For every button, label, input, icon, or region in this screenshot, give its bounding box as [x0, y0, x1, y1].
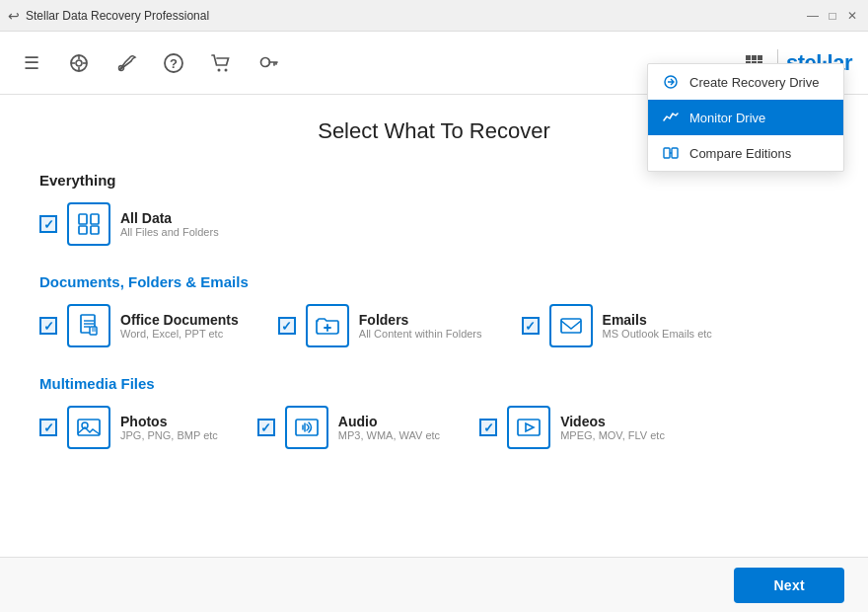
office-documents-checkmark: ✓	[43, 319, 54, 334]
emails-text: Emails MS Outlook Emails etc	[603, 312, 712, 340]
monitor-icon[interactable]	[63, 47, 95, 79]
svg-rect-24	[91, 226, 99, 234]
item-photos: ✓ Photos JPG, PNG, BMP etc	[39, 406, 218, 449]
close-button[interactable]: ✕	[844, 8, 860, 24]
item-folders: ✓ Folders All Content within Folders	[278, 304, 482, 347]
photos-checkmark: ✓	[43, 421, 54, 435]
audio-label: Audio	[338, 414, 440, 429]
create-recovery-drive-icon	[662, 74, 680, 90]
folders-checkbox[interactable]: ✓	[278, 317, 296, 335]
svg-point-9	[218, 68, 221, 71]
everything-items: ✓ All Data All Files and Folders	[39, 202, 829, 246]
folder-icon	[306, 304, 349, 347]
section-title-everything: Everything	[39, 172, 829, 189]
section-title-documents: Documents, Folders & Emails	[39, 273, 829, 290]
svg-rect-34	[518, 420, 540, 435]
audio-text: Audio MP3, WMA, WAV etc	[338, 414, 440, 441]
item-videos: ✓ Videos MPEG, MOV, FLV etc	[479, 406, 665, 449]
svg-point-10	[225, 68, 228, 71]
tools-icon[interactable]	[110, 47, 142, 79]
videos-checkbox[interactable]: ✓	[479, 419, 497, 436]
dropdown-menu: Create Recovery Drive Monitor Drive Comp…	[647, 63, 844, 172]
videos-checkmark: ✓	[483, 421, 494, 435]
svg-rect-14	[758, 55, 762, 60]
all-data-text: All Data All Files and Folders	[120, 210, 219, 238]
photos-label: Photos	[120, 414, 218, 429]
photo-icon	[67, 406, 110, 449]
help-icon[interactable]: ?	[158, 47, 189, 79]
audio-sublabel: MP3, WMA, WAV etc	[338, 429, 440, 441]
minimize-button[interactable]: —	[805, 8, 821, 24]
next-button[interactable]: Next	[734, 568, 844, 603]
office-documents-sublabel: Word, Excel, PPT etc	[120, 328, 239, 340]
title-bar-left: ↩ Stellar Data Recovery Professional	[8, 8, 209, 24]
svg-rect-31	[78, 420, 100, 435]
videos-text: Videos MPEG, MOV, FLV etc	[560, 414, 665, 441]
folders-checkmark: ✓	[281, 319, 292, 334]
item-office-documents: ✓ Office Documents Word, Excel, PPT etc	[39, 304, 239, 347]
footer: Next	[0, 557, 868, 612]
all-data-label: All Data	[120, 210, 219, 226]
videos-label: Videos	[560, 414, 665, 429]
svg-rect-22	[91, 214, 99, 224]
compare-editions-icon	[662, 145, 680, 161]
svg-rect-21	[79, 214, 87, 224]
svg-text:?: ?	[170, 56, 178, 71]
emails-label: Emails	[603, 312, 712, 328]
office-documents-checkbox[interactable]: ✓	[39, 317, 57, 335]
audio-checkbox[interactable]: ✓	[257, 419, 275, 436]
documents-items: ✓ Office Documents Word, Excel, PPT etc	[39, 304, 829, 347]
audio-checkmark: ✓	[260, 421, 271, 435]
folders-text: Folders All Content within Folders	[359, 312, 482, 340]
section-title-multimedia: Multimedia Files	[39, 375, 829, 392]
monitor-drive-icon	[662, 110, 680, 125]
photos-text: Photos JPG, PNG, BMP etc	[120, 414, 218, 441]
videos-sublabel: MPEG, MOV, FLV etc	[560, 429, 665, 441]
photos-sublabel: JPG, PNG, BMP etc	[120, 429, 218, 441]
cart-icon[interactable]	[205, 47, 237, 79]
svg-rect-12	[746, 55, 751, 60]
all-data-checkmark: ✓	[43, 217, 54, 232]
svg-marker-35	[526, 423, 534, 431]
emails-checkmark: ✓	[525, 319, 536, 334]
audio-icon	[285, 406, 328, 449]
svg-rect-13	[752, 55, 757, 60]
svg-point-11	[261, 57, 270, 66]
dropdown-create-recovery-drive[interactable]: Create Recovery Drive	[648, 64, 843, 100]
monitor-drive-label: Monitor Drive	[689, 111, 765, 125]
svg-rect-38	[672, 148, 678, 158]
dropdown-compare-editions[interactable]: Compare Editions	[648, 135, 843, 171]
item-all-data: ✓ All Data All Files and Folders	[39, 202, 219, 246]
emails-checkbox[interactable]: ✓	[522, 317, 540, 335]
video-icon	[507, 406, 550, 449]
toolbar-left: ☰ ?	[16, 47, 284, 79]
maximize-button[interactable]: □	[825, 8, 840, 24]
title-bar-title: Stellar Data Recovery Professional	[26, 9, 209, 23]
document-icon	[67, 304, 110, 347]
compare-editions-label: Compare Editions	[689, 146, 791, 161]
all-data-checkbox[interactable]: ✓	[39, 215, 57, 233]
folders-sublabel: All Content within Folders	[359, 328, 482, 340]
hamburger-icon[interactable]: ☰	[16, 47, 47, 79]
svg-point-1	[76, 60, 82, 66]
svg-rect-33	[296, 420, 318, 435]
key-icon[interactable]	[253, 47, 284, 79]
title-bar-back-icon: ↩	[8, 8, 20, 24]
multimedia-items: ✓ Photos JPG, PNG, BMP etc ✓	[39, 406, 829, 449]
photos-checkbox[interactable]: ✓	[39, 419, 57, 436]
item-emails: ✓ Emails MS Outlook Emails etc	[522, 304, 712, 347]
folders-label: Folders	[359, 312, 482, 328]
email-icon	[549, 304, 593, 347]
office-documents-label: Office Documents	[120, 312, 239, 328]
title-bar: ↩ Stellar Data Recovery Professional — □…	[0, 0, 868, 32]
all-data-icon	[67, 202, 110, 246]
office-documents-text: Office Documents Word, Excel, PPT etc	[120, 312, 239, 340]
svg-rect-37	[664, 148, 670, 158]
title-bar-controls: — □ ✕	[805, 8, 860, 24]
create-recovery-drive-label: Create Recovery Drive	[689, 75, 820, 90]
svg-rect-30	[561, 319, 581, 333]
all-data-sublabel: All Files and Folders	[120, 226, 219, 238]
item-audio: ✓ Audio MP3, WMA, WAV etc	[257, 406, 440, 449]
emails-sublabel: MS Outlook Emails etc	[603, 328, 712, 340]
dropdown-monitor-drive[interactable]: Monitor Drive	[648, 100, 843, 135]
